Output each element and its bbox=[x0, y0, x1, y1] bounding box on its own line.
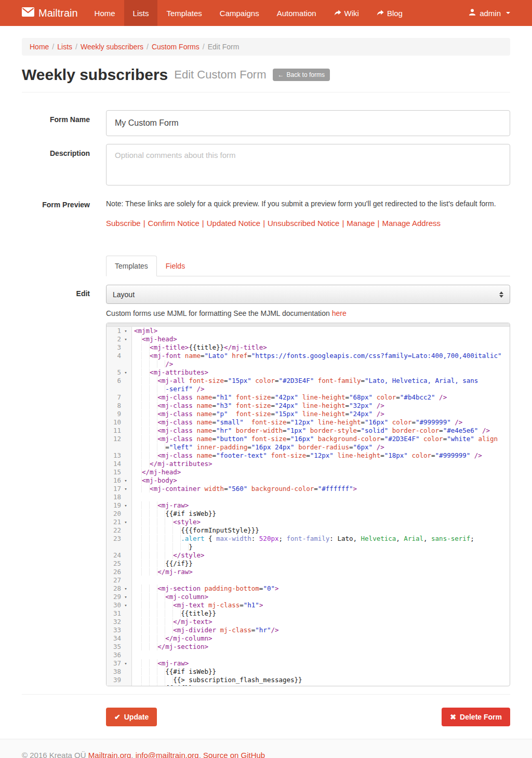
code-line[interactable]: 12 <mj-class name="button" font-size="16… bbox=[107, 435, 510, 443]
fold-spacer bbox=[121, 460, 130, 468]
code-line[interactable]: 27 bbox=[107, 576, 510, 584]
code-line[interactable]: ="left" inner-padding="16px 24px" border… bbox=[107, 443, 510, 451]
code-line[interactable]: 30▾ <mj-text mj-class="h1"> bbox=[107, 601, 510, 609]
code-line[interactable]: 33 <mj-divider mj-class="hr"/> bbox=[107, 626, 510, 634]
breadcrumb-link[interactable]: Lists bbox=[57, 43, 72, 51]
code-line[interactable]: 29▾ <mj-column> bbox=[107, 593, 510, 601]
code-line[interactable]: 18 bbox=[107, 493, 510, 501]
code-line[interactable]: 15 </mj-head> bbox=[107, 468, 510, 476]
preview-link[interactable]: Unsubscribed Notice bbox=[268, 219, 339, 228]
delete-form-button[interactable]: ✖ Delete Form bbox=[442, 708, 510, 726]
fold-arrow-icon[interactable]: ▾ bbox=[121, 593, 130, 601]
nav-item-templates[interactable]: Templates bbox=[157, 0, 210, 26]
code-line[interactable]: 19▾ <mj-raw> bbox=[107, 501, 510, 510]
breadcrumb-link[interactable]: Weekly subscribers bbox=[81, 43, 143, 51]
back-to-forms-button[interactable]: ← Back to forms bbox=[273, 69, 330, 81]
code-line[interactable]: 23 .alert { max-width: 520px; font-famil… bbox=[107, 535, 510, 543]
brand[interactable]: Mailtrain bbox=[0, 0, 86, 26]
fold-arrow-icon[interactable]: ▾ bbox=[121, 584, 130, 593]
code-line[interactable]: 13 <mj-class name="footer-text" font-siz… bbox=[107, 451, 510, 460]
nav-item-label: Home bbox=[95, 9, 115, 18]
description-input[interactable] bbox=[106, 144, 510, 185]
line-gutter: 13 bbox=[107, 451, 132, 460]
code-line[interactable]: 32 </mj-text> bbox=[107, 618, 510, 626]
code-line[interactable]: 38 {{#if isWeb}} bbox=[107, 668, 510, 676]
form-preview-label: Form Preview bbox=[22, 195, 90, 228]
preview-link[interactable]: Subscribe bbox=[106, 219, 141, 228]
code-line[interactable]: 4 <mj-font name="Lato" href="https://fon… bbox=[107, 352, 510, 360]
code-line[interactable]: 16▾ <mj-body> bbox=[107, 476, 510, 485]
tab-templates[interactable]: Templates bbox=[106, 256, 157, 276]
code-line[interactable]: 8 <mj-class name="h3" font-size="24px" l… bbox=[107, 402, 510, 410]
code-line[interactable]: 17▾ <mj-container width="560" background… bbox=[107, 485, 510, 493]
footer-link[interactable]: Mailtrain.org bbox=[88, 751, 131, 758]
breadcrumb-link[interactable]: Home bbox=[30, 43, 49, 51]
user-menu[interactable]: admin bbox=[461, 0, 532, 26]
fold-arrow-icon[interactable]: ▾ bbox=[121, 601, 130, 609]
code-line[interactable]: 40 {{/if}} bbox=[107, 684, 510, 686]
fold-arrow-icon[interactable]: ▾ bbox=[121, 327, 130, 335]
preview-link[interactable]: Manage bbox=[347, 219, 375, 228]
nav-item-wiki[interactable]: Wiki bbox=[325, 0, 368, 26]
line-gutter: 27 bbox=[107, 576, 132, 584]
edit-row: Edit Layout Custom forms use MJML for fo… bbox=[22, 285, 510, 686]
line-gutter: 28▾ bbox=[107, 584, 132, 593]
fold-arrow-icon[interactable]: ▾ bbox=[121, 659, 130, 668]
code-line[interactable]: } bbox=[107, 543, 510, 551]
code-line[interactable]: 24 </style> bbox=[107, 551, 510, 560]
code-line[interactable]: 7 <mj-class name="h1" font-size="42px" l… bbox=[107, 393, 510, 402]
nav-item-lists[interactable]: Lists bbox=[124, 0, 158, 26]
update-button[interactable]: ✔ Update bbox=[106, 708, 157, 726]
code-line[interactable]: 6 <mj-all font-size="15px" color="#2D3E4… bbox=[107, 377, 510, 385]
tab-fields[interactable]: Fields bbox=[157, 256, 194, 276]
code-line[interactable]: 35 </mj-section> bbox=[107, 643, 510, 651]
code-line[interactable]: 11 <mj-class name="hr" border-width="1px… bbox=[107, 427, 510, 435]
code-line[interactable]: 1▾<mjml> bbox=[107, 327, 510, 335]
line-gutter: 24 bbox=[107, 551, 132, 560]
nav-item-home[interactable]: Home bbox=[86, 0, 124, 26]
code-editor[interactable]: 1▾<mjml>2▾ <mj-head>3 <mj-title>{{title}… bbox=[106, 323, 510, 686]
x-icon: ✖ bbox=[450, 713, 456, 721]
footer-link[interactable]: Source on GitHub bbox=[203, 751, 265, 758]
template-select[interactable]: Layout bbox=[106, 285, 510, 304]
code-line[interactable]: 10 <mj-class name="small" font-size="12p… bbox=[107, 418, 510, 427]
fold-spacer bbox=[121, 626, 130, 634]
code-line[interactable]: 21▾ <style> bbox=[107, 518, 510, 526]
fold-arrow-icon[interactable]: ▾ bbox=[121, 476, 130, 485]
line-gutter: 7 bbox=[107, 393, 132, 402]
code-line[interactable]: 26 </mj-raw> bbox=[107, 568, 510, 576]
code-line[interactable]: 2▾ <mj-head> bbox=[107, 335, 510, 343]
code-line[interactable]: 37▾ <mj-raw> bbox=[107, 659, 510, 668]
footer-link[interactable]: info@mailtrain.org bbox=[136, 751, 199, 758]
code-line[interactable]: -serif" /> bbox=[107, 385, 510, 393]
fold-spacer bbox=[121, 634, 130, 643]
preview-link[interactable]: Manage Address bbox=[382, 219, 441, 228]
breadcrumb-link[interactable]: Custom Forms bbox=[152, 43, 200, 51]
fold-arrow-icon[interactable]: ▾ bbox=[121, 501, 130, 510]
code-line[interactable]: 9 <mj-class name="p" font-size="15px" li… bbox=[107, 410, 510, 418]
code-line[interactable]: 3 <mj-title>{{title}}</mj-title> bbox=[107, 343, 510, 352]
code-line[interactable]: 28▾ <mj-section padding-bottom="0"> bbox=[107, 584, 510, 593]
code-line[interactable]: 5▾ <mj-attributes> bbox=[107, 368, 510, 377]
fold-arrow-icon[interactable]: ▾ bbox=[121, 485, 130, 493]
nav-item-blog[interactable]: Blog bbox=[368, 0, 411, 26]
code-line[interactable]: 25 {{/if}} bbox=[107, 560, 510, 568]
footer-separator: , bbox=[131, 751, 135, 758]
code-line[interactable]: 20 {{#if isWeb}} bbox=[107, 510, 510, 518]
code-line[interactable]: 14 </mj-attributes> bbox=[107, 460, 510, 468]
code-line[interactable]: 34 </mj-column> bbox=[107, 634, 510, 643]
mjml-doc-link[interactable]: here bbox=[332, 309, 347, 317]
code-line[interactable]: 39 {{> subscription_flash_messages}} bbox=[107, 676, 510, 684]
code-line[interactable]: 31 {{title}} bbox=[107, 609, 510, 618]
fold-arrow-icon[interactable]: ▾ bbox=[121, 368, 130, 377]
code-line[interactable]: /> bbox=[107, 360, 510, 368]
fold-arrow-icon[interactable]: ▾ bbox=[121, 335, 130, 343]
preview-link[interactable]: Confirm Notice bbox=[148, 219, 200, 228]
fold-arrow-icon[interactable]: ▾ bbox=[121, 518, 130, 526]
form-name-input[interactable] bbox=[106, 110, 510, 136]
code-line[interactable]: 36 bbox=[107, 651, 510, 659]
nav-item-automation[interactable]: Automation bbox=[268, 0, 325, 26]
code-line[interactable]: 22 {{{formInputStyle}}} bbox=[107, 526, 510, 535]
nav-item-campaigns[interactable]: Campaigns bbox=[211, 0, 268, 26]
preview-link[interactable]: Updated Notice bbox=[207, 219, 260, 228]
